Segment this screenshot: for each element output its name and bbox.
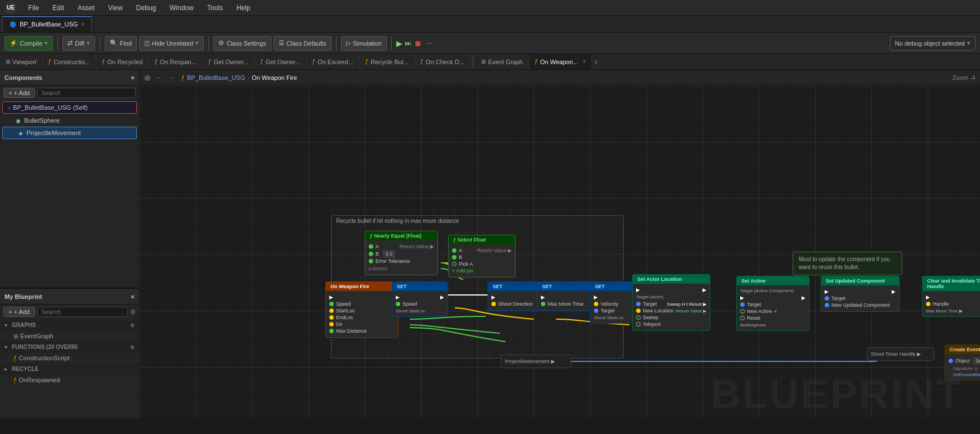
- menu-asset[interactable]: Asset: [75, 3, 97, 13]
- node-shoot-timer-handle[interactable]: Shoot Timer Handle ▶: [867, 347, 934, 361]
- tab-close[interactable]: ×: [81, 21, 84, 28]
- debug-object-select[interactable]: No debug object selected ▾: [890, 36, 975, 51]
- class-defaults-button[interactable]: ☰ Class Defaults: [274, 36, 332, 51]
- sa-target-pin[interactable]: [740, 302, 745, 307]
- tab-on-respawn[interactable]: ƒ On Respan...: [149, 54, 203, 70]
- node-projectile-var[interactable]: ProjectileMovement ▶: [501, 355, 571, 368]
- sal-target-pin[interactable]: [636, 302, 641, 306]
- suc-newcomp-pin[interactable]: [825, 303, 829, 307]
- on-respawned-item[interactable]: ƒ OnRespawned: [0, 375, 139, 385]
- tab-recycle-bul[interactable]: ƒ Recycle Bul...: [360, 54, 415, 70]
- sa-newactive-pin[interactable]: [740, 309, 745, 314]
- menu-debug[interactable]: Debug: [134, 3, 158, 13]
- node-nearly-equal[interactable]: ƒ Nearly Equal (Float) A Return Value ▶ …: [365, 231, 438, 275]
- sal-newloc-pin[interactable]: [636, 308, 641, 313]
- tab-get-owner-1[interactable]: ƒ Get Owner...: [203, 54, 254, 70]
- ct-handle-pin[interactable]: [926, 302, 930, 306]
- sf-pick-pin[interactable]: [452, 262, 457, 266]
- node-create-event[interactable]: Create Event Object Self Event ● Signatu…: [945, 344, 980, 381]
- component-root-item[interactable]: ○ BP_BulletBase_USG (Self): [2, 101, 137, 114]
- next-frame-button[interactable]: ⏭: [405, 39, 411, 47]
- recycle-section-header[interactable]: ▸ Recycle: [0, 363, 139, 375]
- component-projectile-movement[interactable]: ◈ ProjectileMovement: [2, 127, 137, 139]
- compile-button[interactable]: ⚡ Compile ▾: [5, 36, 53, 51]
- ue-logo[interactable]: UE: [5, 2, 17, 14]
- sth-body: Shoot Timer Handle ▶: [867, 348, 934, 360]
- play-button[interactable]: ▶: [396, 39, 402, 48]
- speed-pin[interactable]: [329, 302, 334, 306]
- tab-event-graph[interactable]: ⊞ Event Graph: [476, 54, 529, 70]
- menu-window[interactable]: Window: [167, 3, 196, 13]
- tab-viewport[interactable]: ⊞ Viewport: [0, 54, 43, 70]
- functions-section-header[interactable]: ▾ FUNCTIONS (20 OVERRI ⊕: [0, 341, 139, 353]
- components-search-input[interactable]: [37, 88, 136, 98]
- node-on-weapon-fire[interactable]: On Weapon Fire ▶ Speed StartLoc: [325, 281, 399, 338]
- sf-addpin[interactable]: + Add pin: [452, 268, 512, 274]
- main-tab[interactable]: 🔵 BP_BulletBase_USG ×: [2, 16, 92, 32]
- components-close[interactable]: ×: [131, 74, 135, 81]
- tab-on-recycled[interactable]: ƒ On Recycled: [96, 54, 149, 70]
- sf-a-pin[interactable]: [452, 248, 457, 253]
- sal-teleport-pin[interactable]: [636, 322, 641, 326]
- menu-tools[interactable]: Tools: [205, 3, 225, 13]
- event-graph-item[interactable]: ⊞ EventGraph: [0, 331, 139, 341]
- forward-button[interactable]: →: [166, 73, 177, 82]
- graph-area[interactable]: ⊕ ← → ƒ BP_BulletBase_USG › On Weapon Fi…: [140, 70, 980, 418]
- dir-val-pin[interactable]: [491, 302, 496, 306]
- tab-on-weapon-close[interactable]: ×: [583, 59, 586, 65]
- speed-val-pin[interactable]: [396, 302, 400, 306]
- menu-view[interactable]: View: [106, 3, 125, 13]
- more-options-button[interactable]: ⋯: [424, 39, 435, 47]
- blueprint-close[interactable]: ×: [131, 293, 135, 300]
- endloc-pin[interactable]: [329, 315, 334, 320]
- stop-button[interactable]: ⏹: [414, 39, 422, 48]
- tab-on-exceed[interactable]: ƒ On Exceed...: [307, 54, 360, 70]
- node-set-active[interactable]: Set Active Target (Active Component) ▶ ▶…: [736, 276, 809, 331]
- suc-target-pin[interactable]: [825, 296, 829, 301]
- startloc-pin[interactable]: [329, 308, 334, 313]
- ce-object-pin[interactable]: [948, 359, 953, 363]
- menu-help[interactable]: Help: [234, 3, 253, 13]
- tab-construction[interactable]: ƒ Constructio...: [43, 54, 96, 70]
- mmt-pin[interactable]: [541, 302, 545, 306]
- functions-add-icon[interactable]: ⊕: [130, 344, 135, 350]
- back-button[interactable]: ←: [153, 73, 164, 82]
- graphs-add-icon[interactable]: ⊕: [130, 322, 135, 328]
- node-select-float[interactable]: ƒ Select Float A Return Value ▶ B Pick A: [448, 235, 516, 278]
- sf-b-pin[interactable]: [452, 255, 457, 259]
- node-set-speed[interactable]: SET ▶ ▶ Speed Shoot StartLoc: [392, 281, 448, 317]
- maxdistance-pin[interactable]: [329, 329, 334, 333]
- sa-newactive: New Active ✓: [740, 308, 806, 314]
- graph-canvas[interactable]: Recycle bullet if hit nothing in max mov…: [140, 86, 980, 418]
- errtol-pin[interactable]: [369, 259, 373, 263]
- add-tab-button[interactable]: ›: [592, 55, 599, 69]
- components-add-button[interactable]: + + Add: [3, 88, 35, 98]
- breadcrumb-root[interactable]: BP_BulletBase_USG: [187, 74, 245, 81]
- menu-edit[interactable]: Edit: [50, 3, 66, 13]
- ne-b-pin[interactable]: [369, 252, 373, 256]
- tab-on-weapon[interactable]: ƒ On Weapon... ×: [529, 54, 592, 70]
- blueprint-search-input[interactable]: [37, 307, 128, 317]
- sal-sweep-pin[interactable]: [636, 315, 641, 320]
- ne-a-pin[interactable]: [369, 244, 373, 249]
- node-set-updated-component[interactable]: Set Updated Component ▶ ▶ Target New Upd…: [821, 276, 900, 312]
- blueprint-settings-icon[interactable]: ⚙: [130, 308, 136, 316]
- class-settings-button[interactable]: ⚙ Class Settings: [213, 36, 271, 51]
- vel-target-pin[interactable]: [594, 308, 598, 313]
- sa-reset-pin[interactable]: [740, 316, 745, 320]
- tab-on-check[interactable]: ƒ On Check D...: [415, 54, 471, 70]
- node-set-actor-location[interactable]: Set Actor Location ▶ ▶ Target (Actor) Ta…: [632, 274, 710, 331]
- vel-pin[interactable]: [594, 302, 598, 306]
- simulation-button[interactable]: ▷ Simulation: [341, 36, 387, 51]
- tab-get-owner-2[interactable]: ƒ Get Owner...: [254, 54, 306, 70]
- blueprint-add-button[interactable]: + + Add: [3, 307, 35, 317]
- hide-unrelated-button[interactable]: ◫ Hide Unrelated ▾: [139, 36, 204, 51]
- construction-script-item[interactable]: ƒ ConstructionScript: [0, 353, 139, 363]
- node-clear-timer[interactable]: Clear and Invalidate Timer by Handle ▶ ▶…: [922, 276, 980, 317]
- dir-pin[interactable]: [329, 322, 334, 326]
- component-bullet-sphere[interactable]: ◉ BulletSphere: [0, 115, 139, 126]
- diff-button[interactable]: ⇄ Diff ▾: [62, 36, 95, 51]
- menu-file[interactable]: File: [26, 3, 41, 13]
- graphs-section-header[interactable]: ▾ GRAPHS ⊕: [0, 319, 139, 331]
- find-button[interactable]: 🔍 Find: [105, 36, 137, 51]
